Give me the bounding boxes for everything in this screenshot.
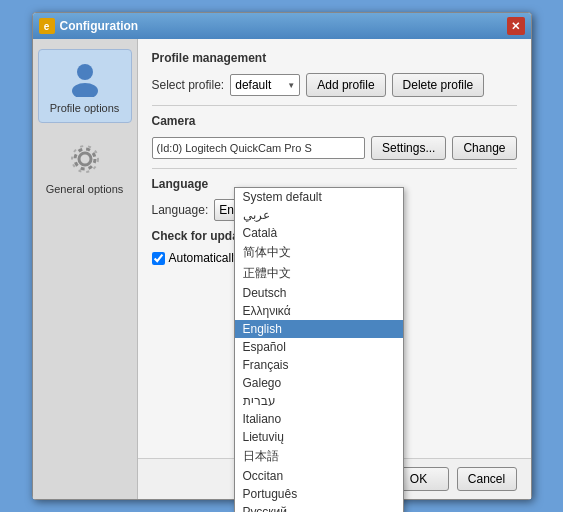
settings-button[interactable]: Settings...	[371, 136, 446, 160]
separator-2	[152, 168, 517, 169]
add-profile-button[interactable]: Add profile	[306, 73, 385, 97]
content-area: Profile management Select profile: defau…	[138, 39, 531, 458]
lang-option-russian[interactable]: Русский	[235, 503, 403, 512]
profile-management-title: Profile management	[152, 51, 517, 65]
dropdown-arrow-icon: ▼	[287, 81, 295, 90]
cancel-button[interactable]: Cancel	[457, 467, 517, 491]
svg-point-1	[72, 83, 98, 97]
sidebar: Profile options General options	[33, 39, 138, 499]
sidebar-item-profile-options[interactable]: Profile options	[38, 49, 132, 123]
app-icon: e	[39, 18, 55, 34]
profile-row: Select profile: default ▼ Add profile De…	[152, 73, 517, 97]
delete-profile-button[interactable]: Delete profile	[392, 73, 485, 97]
lang-option-deutsch[interactable]: Deutsch	[235, 284, 403, 302]
sidebar-item-general-options[interactable]: General options	[38, 131, 132, 203]
lang-option-japanese[interactable]: 日本語	[235, 446, 403, 467]
camera-title: Camera	[152, 114, 517, 128]
svg-point-0	[77, 64, 93, 80]
lang-option-galego[interactable]: Galego	[235, 374, 403, 392]
configuration-window: e Configuration ✕ Profile options	[32, 12, 532, 500]
separator-1	[152, 105, 517, 106]
profile-options-label: Profile options	[50, 102, 120, 114]
person-icon	[65, 58, 105, 98]
lang-option-simplified-chinese[interactable]: 简体中文	[235, 242, 403, 263]
language-dropdown-list: System default عربي Català 简体中文 正體中文 Deu…	[234, 187, 404, 512]
svg-point-2	[79, 153, 91, 165]
auto-check-checkbox[interactable]	[152, 252, 165, 265]
lang-option-occitan[interactable]: Occitan	[235, 467, 403, 485]
gear-icon	[65, 139, 105, 179]
profile-dropdown[interactable]: default ▼	[230, 74, 300, 96]
lang-option-traditional-chinese[interactable]: 正體中文	[235, 263, 403, 284]
window-body: Profile options General options Profile …	[33, 39, 531, 499]
lang-option-portuguese[interactable]: Português	[235, 485, 403, 503]
lang-option-lithuanian[interactable]: Lietuvių	[235, 428, 403, 446]
lang-option-francais[interactable]: Français	[235, 356, 403, 374]
camera-name-display: (Id:0) Logitech QuickCam Pro S	[152, 137, 366, 159]
select-profile-label: Select profile:	[152, 78, 225, 92]
window-title: Configuration	[60, 19, 507, 33]
title-bar: e Configuration ✕	[33, 13, 531, 39]
language-label: Language:	[152, 203, 209, 217]
lang-option-catala[interactable]: Català	[235, 224, 403, 242]
lang-option-hebrew[interactable]: עברית	[235, 392, 403, 410]
camera-row: (Id:0) Logitech QuickCam Pro S Settings.…	[152, 136, 517, 160]
lang-option-arabic[interactable]: عربي	[235, 206, 403, 224]
general-options-label: General options	[46, 183, 124, 195]
lang-option-greek[interactable]: Ελληνικά	[235, 302, 403, 320]
close-button[interactable]: ✕	[507, 17, 525, 35]
lang-option-english[interactable]: English	[235, 320, 403, 338]
lang-option-espanol[interactable]: Español	[235, 338, 403, 356]
lang-option-italiano[interactable]: Italiano	[235, 410, 403, 428]
change-button[interactable]: Change	[452, 136, 516, 160]
lang-option-system-default[interactable]: System default	[235, 188, 403, 206]
profile-dropdown-value: default	[235, 78, 271, 92]
